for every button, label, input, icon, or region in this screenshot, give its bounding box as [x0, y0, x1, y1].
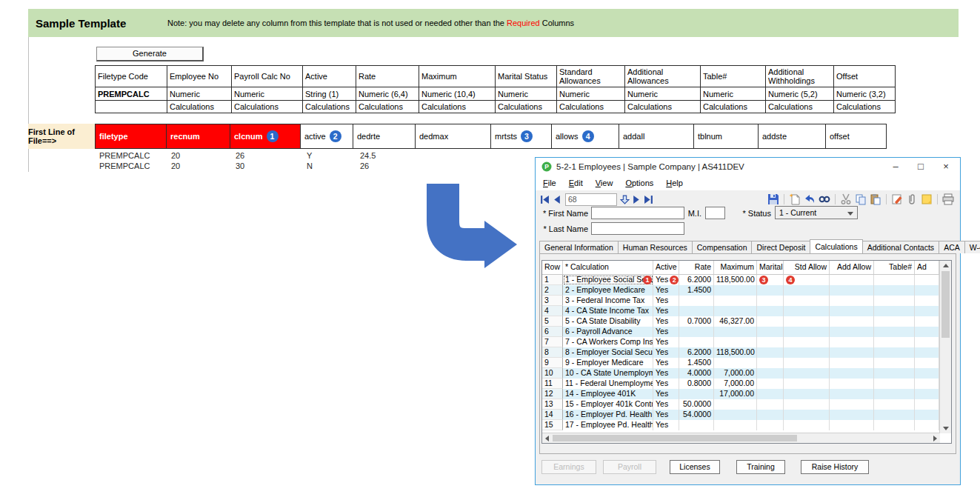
grid-cell-rate[interactable]	[679, 306, 714, 316]
grid-cell-ad[interactable]	[915, 379, 939, 389]
grid-cell-std-allow[interactable]	[784, 337, 830, 347]
grid-cell-active[interactable]: Yes	[653, 389, 679, 399]
template-cell[interactable]: Calculations	[303, 101, 356, 113]
grid-cell-rate[interactable]: 6.2000	[679, 347, 714, 358]
grid-cell-marital[interactable]	[757, 306, 784, 316]
grid-row[interactable]: 1416 - Employer Pd. HealthYes54.0000	[542, 410, 951, 420]
grid-cell-rate[interactable]	[679, 327, 714, 337]
save-icon[interactable]	[767, 193, 779, 205]
grid-cell-std-allow[interactable]: 4	[784, 275, 830, 285]
file-data-cell[interactable]: 20	[167, 161, 231, 171]
grid-cell-active[interactable]: Yes	[653, 358, 679, 368]
grid-cell-rate[interactable]: 54.0000	[679, 410, 714, 420]
template-cell[interactable]: Numeric	[496, 87, 557, 101]
grid-cell-marital[interactable]	[757, 285, 784, 296]
menu-options[interactable]: Options	[625, 179, 653, 187]
licenses-button[interactable]: Licenses	[670, 460, 720, 474]
grid-cell-calculation[interactable]: 4 - CA State Income Tax	[563, 306, 653, 316]
vertical-scroll-thumb[interactable]	[941, 271, 950, 338]
grid-cell-maximum[interactable]: 7,000.00	[714, 368, 757, 379]
grid-cell-rate[interactable]: 1.4500	[679, 358, 714, 368]
template-cell[interactable]: Calculations	[232, 101, 303, 113]
grid-cell-rate[interactable]: 1.4500	[679, 285, 714, 296]
raise-history-button[interactable]: Raise History	[801, 460, 869, 474]
grid-cell-maximum[interactable]	[714, 327, 757, 337]
grid-cell-ad[interactable]	[915, 358, 939, 368]
grid-cell-add-allow[interactable]	[830, 306, 874, 316]
first-line-field-addall[interactable]: addall	[619, 124, 694, 149]
grid-cell-marital[interactable]	[757, 337, 784, 347]
grid-cell-rate[interactable]	[679, 296, 714, 306]
file-data-cell[interactable]: 30	[231, 161, 302, 171]
grid-cell-std-allow[interactable]	[784, 389, 830, 399]
first-line-field-mrtsts[interactable]: mrtsts3	[490, 124, 552, 149]
grid-cell-ad[interactable]	[915, 420, 939, 430]
grid-cell-add-allow[interactable]	[830, 389, 874, 399]
grid-cell-marital[interactable]	[757, 410, 784, 420]
template-cell[interactable]: Filetype Code	[96, 66, 167, 87]
grid-cell-ad[interactable]	[915, 296, 939, 306]
grid-row[interactable]: 55 - CA State DisabilityYes0.700046,327.…	[542, 316, 951, 327]
minimize-button[interactable]: –	[883, 158, 908, 176]
template-cell[interactable]: Numeric (6,4)	[356, 87, 419, 101]
first-line-field-filetype[interactable]: filetype	[95, 124, 167, 149]
grid-cell-std-allow[interactable]	[784, 399, 830, 410]
file-data-cell[interactable]: 26	[231, 150, 302, 161]
grid-cell-add-allow[interactable]	[830, 358, 874, 368]
status-dropdown[interactable]: 1 - Current	[775, 206, 858, 219]
grid-cell-active[interactable]: Yes2	[653, 275, 679, 285]
grid-cell-table[interactable]	[874, 347, 915, 358]
grid-cell-add-allow[interactable]	[830, 379, 874, 389]
titlebar[interactable]: P 5-2-1 Employees | Sample Company | AS4…	[536, 158, 960, 176]
template-cell[interactable]: Calculations	[625, 101, 701, 113]
template-cell[interactable]: Calculations	[766, 101, 834, 113]
grid-cell-table[interactable]	[874, 296, 915, 306]
grid-cell-active[interactable]: Yes	[653, 337, 679, 347]
template-cell[interactable]: PREMPCALC	[96, 87, 167, 101]
grid-cell-rate[interactable]: 6.2000	[679, 275, 714, 285]
first-line-field-allows[interactable]: allows4	[551, 124, 619, 149]
grid-cell-active[interactable]: Yes	[653, 327, 679, 337]
tab-w-4-information[interactable]: W-4 Information	[964, 241, 980, 253]
grid-column-header-maximum[interactable]: Maximum	[714, 261, 757, 274]
horizontal-scrollbar[interactable]	[542, 433, 940, 443]
grid-cell-std-allow[interactable]	[784, 368, 830, 379]
grid-row[interactable]: 1111 - Federal Unemployment TaxYes0.8000…	[542, 379, 951, 389]
grid-cell-maximum[interactable]: 118,500.00	[714, 275, 757, 285]
grid-cell-std-allow[interactable]	[784, 347, 830, 358]
grid-cell-ad[interactable]	[915, 316, 939, 327]
template-cell[interactable]: Rate	[356, 66, 419, 87]
grid-cell-rate[interactable]: 50.0000	[679, 399, 714, 410]
grid-cell-calculation[interactable]: 16 - Employer Pd. Health	[563, 410, 653, 420]
template-cell[interactable]: Numeric	[625, 87, 701, 101]
grid-cell-ad[interactable]	[915, 306, 939, 316]
file-data-cell[interactable]: 24.5	[356, 150, 419, 161]
grid-cell-marital[interactable]	[757, 327, 784, 337]
paste-icon[interactable]	[870, 193, 881, 205]
grid-cell-table[interactable]	[874, 285, 915, 296]
grid-cell-table[interactable]	[874, 410, 915, 420]
template-cell[interactable]	[96, 101, 167, 113]
grid-cell-ad[interactable]	[915, 347, 939, 358]
grid-cell-maximum[interactable]	[714, 337, 757, 347]
template-cell[interactable]: Employee No	[167, 66, 232, 87]
grid-column-header-marital[interactable]: Marital	[757, 261, 784, 274]
file-data-cell[interactable]: N	[302, 161, 356, 171]
grid-cell-ad[interactable]	[915, 410, 939, 420]
grid-cell-marital[interactable]	[757, 316, 784, 327]
grid-cell-std-allow[interactable]	[784, 410, 830, 420]
grid-column-header-std-allow[interactable]: Std Allow	[784, 261, 830, 274]
grid-cell-marital[interactable]	[757, 389, 784, 399]
grid-column-header-add-allow[interactable]: Add Allow	[830, 261, 874, 274]
first-line-field-offset[interactable]: offset	[825, 124, 887, 149]
grid-column-header-table[interactable]: Table#	[874, 261, 915, 274]
grid-row[interactable]: 77 - CA Workers Comp InsYes	[542, 337, 951, 347]
horizontal-scroll-thumb[interactable]	[553, 435, 797, 441]
grid-cell-ad[interactable]	[915, 337, 939, 347]
grid-cell-std-allow[interactable]	[784, 316, 830, 327]
grid-cell-calculation[interactable]: 10 - CA State Unemployment	[563, 368, 653, 379]
grid-cell-active[interactable]: Yes	[653, 420, 679, 430]
template-cell[interactable]: Standard Allowances	[557, 66, 625, 87]
grid-cell-maximum[interactable]	[714, 306, 757, 316]
goto-record-icon[interactable]	[620, 195, 630, 204]
